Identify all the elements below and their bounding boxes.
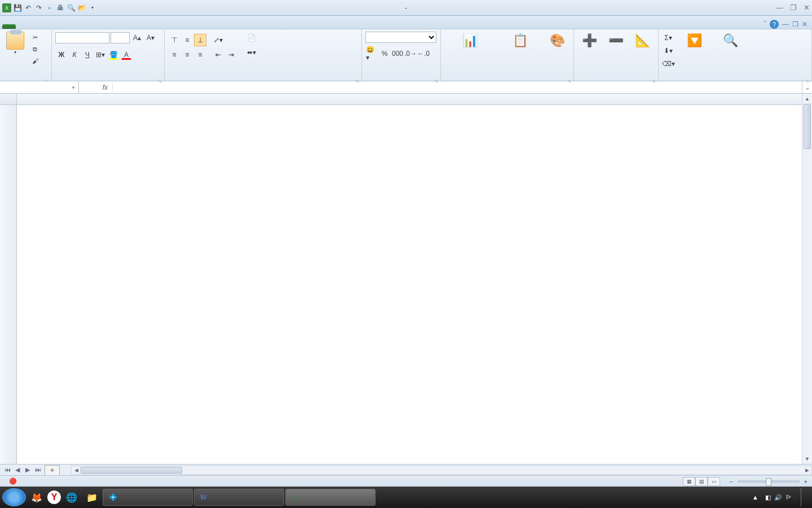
copy-icon[interactable]: ⧉: [29, 43, 41, 55]
redo-icon[interactable]: ↷: [34, 3, 43, 12]
new-icon[interactable]: ▫: [45, 3, 54, 12]
close-icon[interactable]: ✕: [804, 3, 810, 12]
insert-cells-button[interactable]: ➕: [577, 32, 602, 51]
file-tab[interactable]: [2, 24, 16, 29]
conditional-format-button[interactable]: 📊: [444, 32, 496, 51]
indent-dec-icon[interactable]: ⇤: [212, 49, 224, 61]
align-left-icon[interactable]: ≡: [168, 49, 180, 61]
font-name-select[interactable]: [55, 32, 109, 43]
window-close-doc-icon[interactable]: ✕: [802, 20, 807, 28]
show-desktop-button[interactable]: [801, 488, 806, 506]
merge-center-button[interactable]: ⬌ ▾: [244, 46, 259, 59]
align-middle-icon[interactable]: ≡: [181, 34, 193, 46]
fill-icon[interactable]: ⬇▾: [662, 45, 674, 57]
format-cells-button[interactable]: 📐: [630, 32, 655, 51]
macro-record-icon[interactable]: 🔴: [9, 478, 17, 485]
layout-view-icon[interactable]: ▤: [695, 477, 708, 486]
window-restore-doc-icon[interactable]: ❐: [792, 20, 798, 28]
minimize-icon[interactable]: —: [776, 3, 783, 12]
task-word[interactable]: W: [194, 489, 284, 506]
tray-icon[interactable]: ◧: [765, 494, 771, 501]
name-box[interactable]: [0, 81, 79, 93]
inc-decimal-icon[interactable]: .0→: [404, 47, 417, 60]
bold-icon[interactable]: Ж: [55, 49, 68, 61]
pinned-yandex-icon[interactable]: Y: [47, 491, 61, 504]
tray-icon[interactable]: 🔊: [774, 494, 782, 501]
qat-icon[interactable]: 🖶: [56, 3, 65, 12]
start-button[interactable]: [2, 488, 26, 506]
autosum-icon[interactable]: Σ▾: [662, 32, 674, 44]
wrap-text-button[interactable]: 📄: [244, 32, 259, 44]
qat-more-icon[interactable]: ▾: [88, 3, 97, 12]
preview-icon[interactable]: 🔍: [67, 3, 76, 12]
undo-icon[interactable]: ↶: [24, 3, 33, 12]
orientation-icon[interactable]: ⤢▾: [212, 34, 224, 46]
underline-icon[interactable]: Ч: [81, 49, 94, 61]
fill-color-icon[interactable]: 🪣: [107, 49, 120, 61]
task-total-commander[interactable]: 💠: [103, 489, 193, 506]
delete-cells-button[interactable]: ➖: [604, 32, 628, 51]
align-bottom-icon[interactable]: ⊥: [194, 34, 206, 46]
cut-icon[interactable]: ✂: [29, 32, 41, 43]
currency-icon[interactable]: 😀▾: [365, 47, 378, 60]
indent-inc-icon[interactable]: ⇥: [225, 49, 237, 61]
sort-filter-button[interactable]: 🔽: [677, 32, 712, 51]
clear-icon[interactable]: ⌫▾: [662, 58, 674, 70]
vertical-scrollbar[interactable]: ▲ ▼: [802, 94, 812, 464]
save-icon[interactable]: 💾: [13, 3, 22, 12]
pinned-firefox-icon[interactable]: 🦊: [27, 489, 46, 506]
pagebreak-view-icon[interactable]: ▭: [708, 477, 720, 486]
horizontal-scrollbar[interactable]: ◀ ▶: [71, 466, 812, 475]
align-right-icon[interactable]: ≡: [194, 49, 206, 61]
prev-sheet-icon[interactable]: ◀: [12, 466, 23, 474]
first-sheet-icon[interactable]: ⏮: [2, 466, 12, 474]
grow-font-icon[interactable]: A▴: [131, 32, 143, 44]
scroll-up-icon[interactable]: ▲: [802, 94, 812, 104]
select-all-corner[interactable]: [0, 94, 17, 105]
task-excel[interactable]: X: [285, 489, 376, 506]
scroll-right-icon[interactable]: ▶: [802, 467, 811, 473]
zoom-in-icon[interactable]: +: [804, 478, 807, 485]
font-color-icon[interactable]: A: [120, 49, 133, 61]
last-sheet-icon[interactable]: ⏭: [33, 466, 43, 474]
cell-grid[interactable]: [17, 105, 802, 464]
new-sheet-button[interactable]: ✧: [45, 465, 60, 475]
vscroll-thumb[interactable]: [804, 104, 811, 149]
number-format-select[interactable]: [365, 32, 436, 43]
paste-button[interactable]: ▾: [3, 32, 27, 55]
find-select-button[interactable]: 🔍: [714, 32, 747, 51]
format-as-table-button[interactable]: 📋: [498, 32, 542, 51]
cell-styles-button[interactable]: 🎨: [544, 32, 570, 51]
next-sheet-icon[interactable]: ▶: [23, 466, 33, 474]
hscroll-thumb[interactable]: [81, 467, 182, 474]
help-icon[interactable]: ?: [770, 20, 779, 29]
tray-icon[interactable]: 🏳: [785, 494, 792, 501]
align-center-icon[interactable]: ≡: [181, 49, 193, 61]
restore-icon[interactable]: ❐: [790, 3, 797, 12]
edit-group-label: [662, 78, 808, 80]
italic-icon[interactable]: К: [68, 49, 81, 61]
tray-up-icon[interactable]: ▲: [752, 494, 758, 501]
zoom-slider[interactable]: [738, 480, 800, 483]
align-top-icon[interactable]: ⊤: [168, 34, 180, 46]
pinned-chrome-icon[interactable]: 🌐: [62, 489, 81, 506]
minimize-ribbon-icon[interactable]: ˇ: [764, 20, 766, 28]
title-bar: X 💾 ↶ ↷ ▫ 🖶 🔍 📂 ▾ - — ❐ ✕: [0, 0, 812, 16]
format-painter-icon[interactable]: 🖌: [29, 55, 41, 67]
border-icon[interactable]: ⊞▾: [94, 49, 107, 61]
scroll-down-icon[interactable]: ▼: [802, 454, 812, 464]
pinned-explorer-icon[interactable]: 📁: [82, 489, 102, 506]
shrink-font-icon[interactable]: A▾: [144, 32, 157, 44]
open-icon[interactable]: 📂: [77, 3, 86, 12]
percent-icon[interactable]: %: [378, 47, 391, 60]
scroll-left-icon[interactable]: ◀: [72, 467, 81, 473]
formula-input[interactable]: [113, 84, 802, 91]
fx-icon[interactable]: fx: [79, 84, 113, 91]
excel-task-icon: X: [292, 493, 296, 501]
thousands-icon[interactable]: 000: [391, 47, 404, 60]
font-size-select[interactable]: [111, 32, 130, 43]
normal-view-icon[interactable]: ▦: [683, 477, 695, 486]
zoom-out-icon[interactable]: −: [729, 478, 732, 485]
dec-decimal-icon[interactable]: ←.0: [417, 47, 430, 60]
window-min-doc-icon[interactable]: —: [782, 20, 789, 28]
